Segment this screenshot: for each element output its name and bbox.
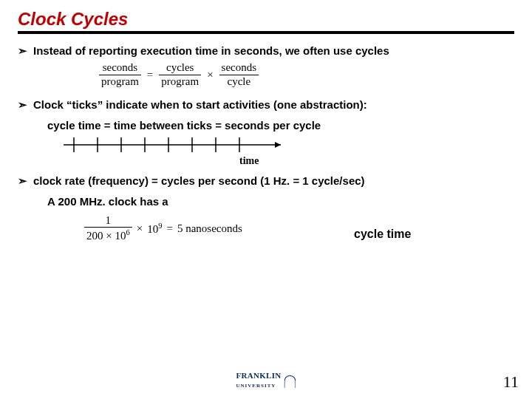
rhs-10: 10 xyxy=(147,223,158,235)
bullet-1: ➣ Instead of reporting execution time in… xyxy=(18,44,514,58)
clock-example-line: A 200 MHz. clock has a xyxy=(47,195,514,208)
frac-num: 1 xyxy=(84,215,132,227)
franklin-logo: FRANKLIN UNIVERSITY xyxy=(236,371,296,389)
cycle-time-label: cycle time xyxy=(354,228,514,241)
times-sign: × xyxy=(106,230,112,242)
frac-cycles-program: cycles program xyxy=(159,62,201,88)
times-sign: × xyxy=(207,69,213,81)
frac-num: cycles xyxy=(159,62,201,74)
frac-1-over-200e6: 1 200 × 106 xyxy=(84,215,132,243)
time-axis-label: time xyxy=(239,155,514,167)
ten-to-9: 109 xyxy=(147,222,162,236)
rhs-exp-9: 9 xyxy=(158,222,162,230)
frac-den: program xyxy=(159,76,201,88)
frac-num: seconds xyxy=(219,62,259,74)
bullet-3: ➣ clock rate (frequency) = cycles per se… xyxy=(18,174,514,188)
slide-title: Clock Cycles xyxy=(18,9,514,30)
den-exp-6: 6 xyxy=(126,228,129,236)
arrow-icon: ➣ xyxy=(18,98,27,112)
arrow-icon: ➣ xyxy=(18,44,27,58)
arrow-icon: ➣ xyxy=(18,174,27,188)
page-number: 11 xyxy=(503,372,519,392)
bullet-1-text: Instead of reporting execution time in s… xyxy=(33,44,514,57)
frac-den: program xyxy=(99,76,141,88)
title-rule xyxy=(18,31,514,34)
times-sign: × xyxy=(137,222,143,235)
den-200: 200 xyxy=(86,230,103,242)
frac-den: cycle xyxy=(219,76,259,88)
frac-seconds-program: seconds program xyxy=(99,62,141,88)
bullet-2: ➣ Clock “ticks” indicate when to start a… xyxy=(18,98,514,112)
den-10: 10 xyxy=(115,230,126,242)
timeline-ticks xyxy=(59,134,296,155)
svg-marker-1 xyxy=(275,142,281,148)
bullet-2-text: Clock “ticks” indicate when to start act… xyxy=(33,98,514,111)
result-5ns: 5 nanoseconds xyxy=(177,222,242,235)
cycle-time-eq-line: cycle time = time between ticks = second… xyxy=(47,119,514,132)
logo-name: FRANKLIN xyxy=(236,371,281,380)
frac-den: 200 × 106 xyxy=(84,228,132,242)
equals-sign: = xyxy=(147,69,153,81)
equals-sign: = xyxy=(166,222,172,235)
logo-mark-icon xyxy=(284,375,296,388)
logo-sub: UNIVERSITY xyxy=(236,383,276,389)
frac-seconds-cycle: seconds cycle xyxy=(219,62,259,88)
frac-num: seconds xyxy=(99,62,141,74)
bullet-3-text: clock rate (frequency) = cycles per seco… xyxy=(33,174,514,187)
formula-seconds-cycles: seconds program = cycles program × secon… xyxy=(99,62,514,88)
